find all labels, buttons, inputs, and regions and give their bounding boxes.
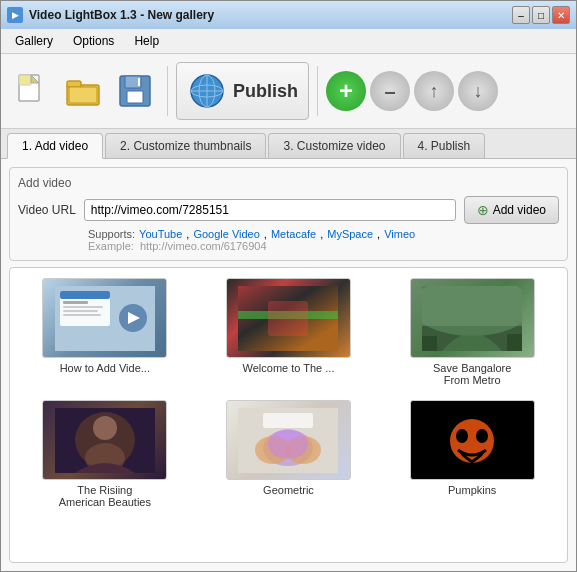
svg-rect-19 <box>63 306 103 308</box>
link-metacafe[interactable]: Metacafe <box>271 228 316 240</box>
add-video-button-label: Add video <box>493 203 546 217</box>
video-thumb-6 <box>410 400 535 480</box>
maximize-button[interactable]: □ <box>532 6 550 24</box>
svg-rect-42 <box>263 413 313 428</box>
menu-bar: Gallery Options Help <box>1 29 576 54</box>
remove-round-button[interactable]: – <box>370 71 410 111</box>
link-youtube[interactable]: YouTube <box>139 228 182 240</box>
svg-rect-20 <box>63 310 98 312</box>
new-icon <box>11 71 51 111</box>
video-grid-container: How to Add Vide... <box>9 267 568 563</box>
move-down-button[interactable]: ↓ <box>458 71 498 111</box>
publish-label: Publish <box>233 81 298 102</box>
video-thumb-2 <box>226 278 351 358</box>
open-icon <box>63 71 103 111</box>
toolbar: Publish + – ↑ ↓ <box>1 54 576 129</box>
svg-rect-1 <box>19 75 31 85</box>
menu-help[interactable]: Help <box>124 31 169 51</box>
svg-point-45 <box>456 429 468 443</box>
svg-rect-8 <box>127 91 143 103</box>
video-title-1: How to Add Vide... <box>60 362 150 374</box>
thumb-visual-3 <box>422 286 522 351</box>
thumb-visual-5 <box>238 408 338 473</box>
menu-gallery[interactable]: Gallery <box>5 31 63 51</box>
video-thumb-4 <box>42 400 167 480</box>
move-up-button[interactable]: ↑ <box>414 71 454 111</box>
content-area: Add video Video URL ⊕ Add video Supports… <box>1 159 576 571</box>
link-google-video[interactable]: Google Video <box>193 228 259 240</box>
app-icon: ▶ <box>7 7 23 23</box>
video-item-2[interactable]: Welcome to The ... <box>204 278 374 386</box>
save-icon <box>115 71 155 111</box>
open-button[interactable] <box>59 67 107 115</box>
svg-point-46 <box>476 429 488 443</box>
url-label: Video URL <box>18 203 76 217</box>
svg-rect-17 <box>60 291 110 299</box>
video-title-6: Pumpkins <box>448 484 496 496</box>
example-label: Example: <box>88 240 137 252</box>
url-row: Video URL ⊕ Add video <box>18 196 559 224</box>
video-thumb-5 <box>226 400 351 480</box>
video-title-4: The RisiingAmerican Beauties <box>59 484 151 508</box>
globe-icon <box>187 71 227 111</box>
svg-rect-18 <box>63 301 88 304</box>
video-title-3: Save BangaloreFrom Metro <box>433 362 511 386</box>
add-round-button[interactable]: + <box>326 71 366 111</box>
title-bar-left: ▶ Video LightBox 1.3 - New gallery <box>7 7 214 23</box>
close-button[interactable]: ✕ <box>552 6 570 24</box>
svg-rect-9 <box>138 78 140 86</box>
svg-point-30 <box>422 286 522 336</box>
link-myspace[interactable]: MySpace <box>327 228 373 240</box>
thumb-visual-6 <box>422 408 522 473</box>
tab-customize-video[interactable]: 3. Customize video <box>268 133 400 158</box>
svg-rect-31 <box>422 336 437 351</box>
svg-rect-5 <box>69 87 97 103</box>
window-title: Video LightBox 1.3 - New gallery <box>29 8 214 22</box>
svg-rect-21 <box>63 314 101 316</box>
svg-point-35 <box>93 416 117 440</box>
save-button[interactable] <box>111 67 159 115</box>
svg-rect-4 <box>67 81 81 87</box>
minimize-button[interactable]: – <box>512 6 530 24</box>
video-title-2: Welcome to The ... <box>243 362 335 374</box>
example-url: http://vimeo.com/6176904 <box>140 240 267 252</box>
video-item-1[interactable]: How to Add Vide... <box>20 278 190 386</box>
tab-customize-thumbnails[interactable]: 2. Customize thumbnails <box>105 133 266 158</box>
title-bar: ▶ Video LightBox 1.3 - New gallery – □ ✕ <box>1 1 576 29</box>
title-buttons: – □ ✕ <box>512 6 570 24</box>
video-thumb-3 <box>410 278 535 358</box>
add-video-group: Add video Video URL ⊕ Add video Supports… <box>9 167 568 261</box>
svg-rect-32 <box>507 334 522 351</box>
add-video-group-title: Add video <box>18 176 559 190</box>
new-button[interactable] <box>7 67 55 115</box>
video-item-5[interactable]: Geometric <box>204 400 374 508</box>
video-item-4[interactable]: The RisiingAmerican Beauties <box>20 400 190 508</box>
publish-button[interactable]: Publish <box>176 62 309 120</box>
supports-label: Supports: <box>88 228 135 240</box>
tabs-bar: 1. Add video 2. Customize thumbnails 3. … <box>1 129 576 159</box>
main-window: ▶ Video LightBox 1.3 - New gallery – □ ✕… <box>0 0 577 572</box>
toolbar-separator-1 <box>167 66 168 116</box>
svg-rect-27 <box>268 301 308 336</box>
thumb-visual-2 <box>238 286 338 351</box>
svg-point-41 <box>268 429 308 459</box>
toolbar-separator-2 <box>317 66 318 116</box>
link-vimeo[interactable]: Vimeo <box>384 228 415 240</box>
supports-row: Supports: YouTube, Google Video, Metacaf… <box>88 228 559 240</box>
tab-publish[interactable]: 4. Publish <box>403 133 486 158</box>
thumb-visual-1 <box>55 286 155 351</box>
menu-options[interactable]: Options <box>63 31 124 51</box>
url-input[interactable] <box>84 199 456 221</box>
video-item-6[interactable]: Pumpkins <box>387 400 557 508</box>
add-video-button[interactable]: ⊕ Add video <box>464 196 559 224</box>
video-grid: How to Add Vide... <box>20 278 557 508</box>
video-item-3[interactable]: Save BangaloreFrom Metro <box>387 278 557 386</box>
add-video-icon: ⊕ <box>477 202 489 218</box>
example-row: Example: http://vimeo.com/6176904 <box>88 240 559 252</box>
tab-add-video[interactable]: 1. Add video <box>7 133 103 159</box>
video-title-5: Geometric <box>263 484 314 496</box>
thumb-visual-4 <box>55 408 155 473</box>
video-thumb-1 <box>42 278 167 358</box>
